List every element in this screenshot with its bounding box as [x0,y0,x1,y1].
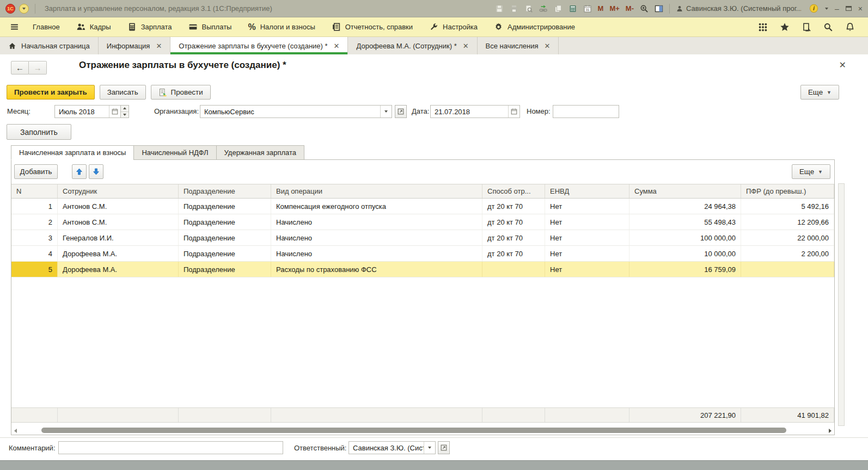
column-header[interactable]: Подразделение [179,184,271,198]
move-row-up-button[interactable] [72,164,87,179]
post-button[interactable]: Провести [151,85,211,100]
table-cell-employee[interactable]: Дорофеева М.А. [58,246,179,261]
write-button[interactable]: Записать [100,85,146,100]
table-cell-n[interactable]: 3 [11,230,58,245]
menu-item-настройка[interactable]: Настройка [421,17,486,37]
memory-m-button[interactable]: M [598,4,604,13]
apps-grid-icon[interactable] [758,22,768,32]
table-cell-employee[interactable]: Генералов И.И. [58,230,179,245]
table-cell-department[interactable]: Подразделение [179,246,271,261]
table-cell-envd[interactable]: Нет [545,262,629,277]
tab-close-icon[interactable]: ✕ [156,42,162,50]
table-cell-employee[interactable]: Антонов С.М. [58,199,179,214]
month-stepper[interactable] [121,105,129,118]
form-tab[interactable]: Начисленный НДФЛ [133,145,216,160]
panels-icon[interactable] [655,4,663,13]
menu-item-кадры[interactable]: Кадры [68,17,119,37]
notifications-bell-icon[interactable] [845,22,855,32]
menu-item-выплаты[interactable]: Выплаты [180,17,240,37]
zoom-icon[interactable] [640,4,649,13]
tab-close-icon[interactable]: ✕ [463,42,469,50]
table-cell-n[interactable]: 5 [11,262,58,277]
window-tab[interactable]: Начальная страница [0,37,99,54]
comment-input[interactable] [58,441,283,454]
nav-forward-button[interactable]: → [29,61,47,75]
table-cell-pfr[interactable] [741,262,834,277]
date-input[interactable]: 21.07.2018 [430,105,520,118]
column-header[interactable]: Сумма [629,184,741,198]
fill-button[interactable]: Заполнить [7,124,71,140]
minimize-button[interactable]: – [835,5,839,13]
tab-close-icon[interactable]: ✕ [545,42,551,50]
table-cell-employee[interactable]: Антонов С.М. [58,214,179,230]
open-organization-button[interactable] [395,105,407,118]
table-cell-operation[interactable]: Начислено [271,246,482,261]
organization-input[interactable]: КомпьюСервис [200,105,392,118]
table-cell-sum[interactable]: 24 964,38 [629,199,741,214]
move-row-down-button[interactable] [89,164,103,179]
table-cell-sum[interactable]: 10 000,00 [629,246,741,261]
info-icon[interactable]: i [809,4,818,13]
calculator-icon[interactable] [569,4,577,13]
column-header[interactable]: Сотрудник [58,184,179,198]
table-row[interactable]: 4Дорофеева М.А.ПодразделениеНачисленодт … [11,246,834,262]
form-tab[interactable]: Удержанная зарплата [216,145,304,160]
close-window-button[interactable]: × [858,5,863,13]
favorites-star-icon[interactable] [780,22,790,32]
history-icon[interactable] [802,22,811,32]
month-input[interactable]: Июль 2018 [54,105,121,118]
chevron-down-icon[interactable] [825,8,828,10]
nav-back-button[interactable]: ← [11,61,29,75]
add-row-button[interactable]: Добавить [14,164,58,179]
menu-item-главное[interactable]: Главное [25,17,68,37]
column-header[interactable]: Способ отр... [482,184,545,198]
menu-item-налоги-и-взносы[interactable]: %Налоги и взносы [240,17,323,37]
organization-dropdown-icon[interactable] [380,106,392,118]
table-cell-pfr[interactable]: 5 492,16 [741,199,834,214]
table-cell-method[interactable] [482,262,545,277]
window-tab[interactable]: Дорофеева М.А. (Сотрудник) *✕ [348,37,477,54]
table-cell-department[interactable]: Подразделение [179,214,271,230]
table-cell-envd[interactable]: Нет [545,246,629,261]
table-row[interactable]: 2Антонов С.М.ПодразделениеНачисленодт 20… [11,214,834,230]
table-cell-n[interactable]: 2 [11,214,58,230]
memory-m+-button[interactable]: M+ [609,4,619,13]
column-header[interactable]: ПФР (до превыш.) [741,184,834,198]
table-cell-department[interactable]: Подразделение [179,262,271,277]
tab-close-icon[interactable]: ✕ [334,42,340,50]
save-icon[interactable] [495,4,504,13]
column-header[interactable]: ЕНВД [545,184,629,198]
memory-m--button[interactable]: M- [626,4,634,13]
table-more-button[interactable]: Еще▼ [792,164,830,179]
system-menu-chevron-icon[interactable] [19,4,29,14]
responsible-input[interactable]: Савинская З.Ю. (Системн [349,441,436,454]
table-cell-method[interactable]: дт 20 кт 70 [482,199,545,214]
table-row[interactable]: 3Генералов И.И.ПодразделениеНачисленодт … [11,230,834,246]
calendar-icon[interactable]: 31 [583,4,592,13]
table-cell-envd[interactable]: Нет [545,230,629,245]
table-cell-pfr[interactable]: 2 200,00 [741,246,834,261]
menu-item-администрирование[interactable]: Администрирование [486,17,583,37]
horizontal-scrollbar[interactable] [13,427,833,434]
table-row[interactable]: 1Антонов С.М.ПодразделениеКомпенсация еж… [11,199,834,214]
table-cell-method[interactable]: дт 20 кт 70 [482,230,545,245]
column-header[interactable]: N [11,184,58,198]
print-icon[interactable] [510,4,518,13]
scroll-right-icon[interactable] [829,429,832,433]
table-cell-operation[interactable]: Компенсация ежегодного отпуска [271,199,482,214]
table-cell-sum[interactable]: 100 000,00 [629,230,741,245]
table-cell-n[interactable]: 4 [11,246,58,261]
responsible-dropdown-icon[interactable] [424,442,435,454]
table-cell-operation[interactable]: Начислено [271,214,482,230]
menu-item-зарплата[interactable]: Зарплата [119,17,180,37]
table-cell-department[interactable]: Подразделение [179,199,271,214]
table-cell-operation[interactable]: Начислено [271,230,482,245]
table-cell-method[interactable]: дт 20 кт 70 [482,214,545,230]
table-cell-n[interactable]: 1 [11,199,58,214]
form-tab[interactable]: Начисленная зарплата и взносы [11,145,133,160]
open-responsible-button[interactable] [438,441,450,454]
number-input[interactable] [553,105,619,118]
window-tab[interactable]: Информация✕ [99,37,171,54]
restore-button[interactable] [846,6,852,11]
table-cell-method[interactable]: дт 20 кт 70 [482,246,545,261]
